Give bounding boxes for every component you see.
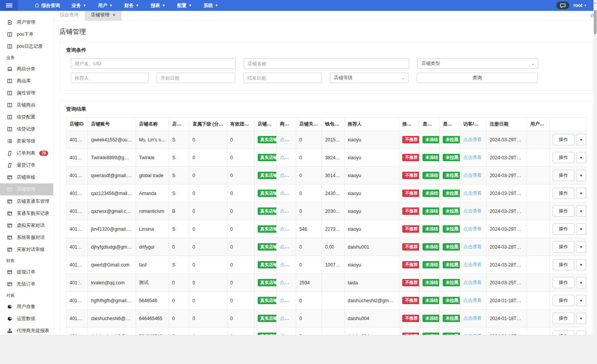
view-visitors-link[interactable]: 点击查看 bbox=[463, 333, 482, 335]
action-dropdown-button[interactable]: ▼ bbox=[576, 170, 587, 181]
tab[interactable]: 综合查询 bbox=[54, 9, 85, 21]
nav-item-home[interactable]: 综合查询 bbox=[29, 0, 66, 11]
sidebar-item[interactable]: 借贷配置 bbox=[0, 111, 53, 123]
view-products-link[interactable]: 点击查看 bbox=[280, 208, 296, 214]
scroll-up-icon[interactable]: ▲ bbox=[594, 0, 597, 4]
nav-item-4[interactable]: 报表▼ bbox=[145, 0, 171, 11]
action-button[interactable]: 操作 bbox=[553, 295, 574, 306]
action-dropdown-button[interactable]: ▼ bbox=[576, 259, 587, 270]
sidebar-item[interactable]: 代理商充提报表 bbox=[0, 325, 53, 335]
view-products-link[interactable]: 点击查看 bbox=[280, 333, 296, 335]
sidebar-item[interactable]: 提现订单 bbox=[0, 266, 53, 278]
sidebar-item[interactable]: 属性管理 bbox=[0, 87, 53, 99]
nav-item-1[interactable]: 业务▼ bbox=[66, 0, 92, 11]
sidebar-item[interactable]: 卖家等级 bbox=[0, 135, 53, 147]
action-button[interactable]: 操作 bbox=[553, 152, 574, 163]
view-visitors-link[interactable]: 点击查看 bbox=[463, 280, 482, 285]
action-dropdown-button[interactable]: ▼ bbox=[576, 331, 587, 335]
action-dropdown-button[interactable]: ▼ bbox=[576, 223, 587, 235]
nav-item-5[interactable]: 配置▼ bbox=[171, 0, 198, 11]
view-products-link[interactable]: 点击查看 bbox=[280, 280, 296, 285]
view-products-link[interactable]: 点击查看 bbox=[280, 315, 296, 321]
view-visitors-link[interactable]: 点击查看 bbox=[463, 226, 482, 232]
sidebar-item[interactable]: pos日志记录 bbox=[0, 40, 53, 52]
view-visitors-link[interactable]: 点击查看 bbox=[463, 137, 482, 142]
sidebar-item[interactable]: 用户管理 bbox=[0, 16, 53, 28]
action-dropdown-button[interactable]: ▼ bbox=[576, 295, 587, 306]
view-products-link[interactable]: 点击查看 bbox=[280, 298, 296, 303]
view-visitors-link[interactable]: 点击查看 bbox=[463, 208, 482, 214]
view-products-link[interactable]: 点击查看 bbox=[280, 137, 296, 142]
sidebar-item[interactable]: 商品库 bbox=[0, 75, 53, 87]
cell-referrer: daishu004 bbox=[344, 327, 399, 335]
view-visitors-link[interactable]: 点击查看 bbox=[463, 190, 482, 196]
action-dropdown-button[interactable]: ▼ bbox=[576, 188, 587, 199]
sidebar-item[interactable]: 店铺直通车管理 bbox=[0, 195, 53, 207]
end-date-input[interactable] bbox=[243, 73, 322, 83]
action-dropdown-button[interactable]: ▼ bbox=[576, 152, 587, 163]
action-button[interactable]: 操作 bbox=[553, 331, 574, 335]
action-button[interactable]: 操作 bbox=[553, 241, 574, 253]
action-button[interactable]: 操作 bbox=[553, 277, 574, 288]
view-visitors-link[interactable]: 点击查看 bbox=[463, 262, 482, 267]
view-visitors-link[interactable]: 点击查看 bbox=[463, 244, 482, 249]
action-button[interactable]: 操作 bbox=[553, 206, 574, 217]
action-dropdown-button[interactable]: ▼ bbox=[576, 241, 587, 253]
view-products-link[interactable]: 点击查看 bbox=[280, 190, 296, 196]
view-products-link[interactable]: 点击查看 bbox=[280, 244, 296, 249]
view-products-link[interactable]: 点击查看 bbox=[280, 172, 296, 178]
action-button[interactable]: 操作 bbox=[553, 170, 574, 181]
tab[interactable]: 店铺管理✕ bbox=[85, 9, 122, 21]
sidebar-item[interactable]: pos下单 bbox=[0, 28, 53, 40]
shop-level-select[interactable]: 店铺等级 ⌄ bbox=[330, 73, 408, 83]
action-dropdown-button[interactable]: ▼ bbox=[576, 277, 587, 288]
sidebar-item[interactable]: 借贷记录 bbox=[0, 123, 53, 135]
view-visitors-link[interactable]: 点击查看 bbox=[463, 155, 482, 160]
sidebar-item[interactable]: 订单列表70 bbox=[0, 147, 53, 159]
view-products-link[interactable]: 点击查看 bbox=[280, 155, 296, 160]
cell-level: 0 bbox=[169, 238, 189, 256]
action-button[interactable]: 操作 bbox=[553, 313, 574, 324]
action-dropdown-button[interactable]: ▼ bbox=[576, 206, 587, 217]
start-date-input[interactable] bbox=[157, 73, 235, 83]
nav-item-6[interactable]: 系统▼ bbox=[198, 0, 224, 11]
sidebar-item[interactable]: 系统客服对话 bbox=[0, 232, 53, 244]
view-products-link[interactable]: 点击查看 bbox=[280, 226, 296, 232]
scrollbar-thumb[interactable] bbox=[594, 10, 597, 34]
referrer-input[interactable] bbox=[71, 73, 148, 83]
sidebar-item[interactable]: 商品分类 bbox=[0, 63, 53, 75]
sidebar-item[interactable]: 店铺审核 bbox=[0, 171, 53, 183]
view-visitors-link[interactable]: 点击查看 bbox=[463, 172, 482, 178]
action-dropdown-button[interactable]: ▼ bbox=[576, 313, 587, 324]
sidebar-item[interactable]: 店铺管理 bbox=[0, 183, 53, 195]
nav-item-2[interactable]: 用户▼ bbox=[92, 0, 119, 11]
vertical-scrollbar[interactable]: ▲ bbox=[594, 0, 597, 364]
sidebar-item[interactable]: 运营数据 bbox=[0, 313, 53, 325]
sidebar-item[interactable]: 退货订单 bbox=[0, 159, 53, 171]
view-products-link[interactable]: 点击查看 bbox=[280, 262, 296, 267]
nav-item-3[interactable]: 财务▼ bbox=[119, 0, 145, 11]
view-visitors-link[interactable]: 点击查看 bbox=[463, 315, 482, 321]
sidebar-item[interactable]: 用户存量 bbox=[0, 301, 53, 313]
cell-referrer: daishucheshi2@gmail.com bbox=[344, 292, 399, 310]
shop-name-input[interactable] bbox=[244, 58, 409, 69]
user-menu[interactable]: root ▾ bbox=[573, 3, 586, 8]
sidebar-item[interactable]: 虚拟买家对话 bbox=[0, 219, 53, 232]
sidebar-item[interactable]: 买家对话审核 bbox=[0, 244, 53, 256]
action-button[interactable]: 操作 bbox=[553, 188, 574, 199]
search-button[interactable]: 查询 bbox=[417, 73, 538, 83]
action-button[interactable]: 操作 bbox=[553, 223, 574, 235]
sidebar-item[interactable]: 店铺商品 bbox=[0, 99, 53, 111]
action-button[interactable]: 操作 bbox=[553, 259, 574, 270]
sidebar-item[interactable]: 充值订单 bbox=[0, 278, 53, 290]
frozen-badge: 未冻结 bbox=[422, 154, 440, 161]
view-visitors-link[interactable]: 点击查看 bbox=[463, 298, 482, 303]
shop-type-select[interactable]: 店铺类型 ⌄ bbox=[417, 58, 538, 69]
action-dropdown-button[interactable]: ▼ bbox=[576, 134, 587, 145]
chat-icon[interactable] bbox=[556, 2, 569, 9]
action-button[interactable]: 操作 bbox=[553, 134, 574, 145]
sidebar-item[interactable]: 直通车购买记录 bbox=[0, 207, 53, 219]
close-icon[interactable]: ✕ bbox=[112, 13, 115, 17]
username-input[interactable] bbox=[71, 58, 236, 69]
hamburger-menu-icon[interactable] bbox=[0, 0, 18, 11]
